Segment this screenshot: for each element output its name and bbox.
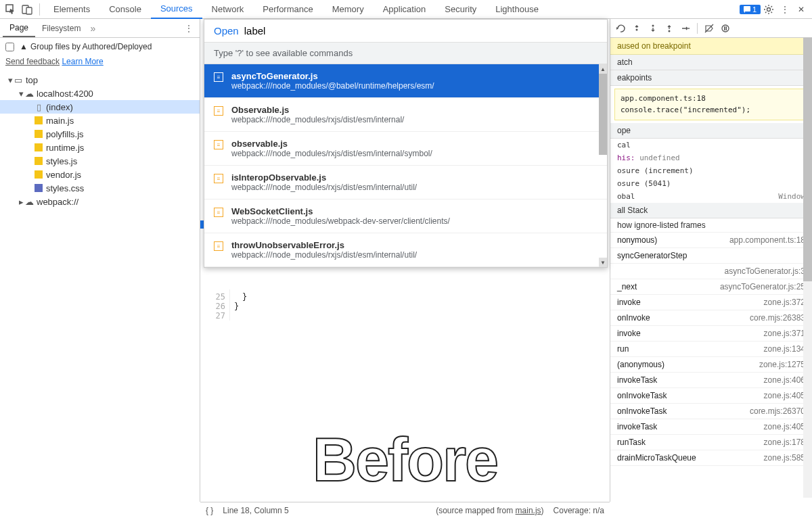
- issues-badge[interactable]: 1: [740, 5, 761, 14]
- resume-icon[interactable]: [613, 21, 628, 36]
- open-result-item[interactable]: ≡asyncToGenerator.jswebpack:///node_modu…: [204, 64, 607, 98]
- learn-more-link[interactable]: Learn More: [62, 57, 103, 66]
- tab-security[interactable]: Security: [435, 0, 486, 18]
- open-file-input[interactable]: [244, 25, 597, 37]
- deactivate-bp-icon[interactable]: [702, 21, 717, 36]
- tab-console[interactable]: Console: [99, 0, 151, 18]
- stack-frame[interactable]: invokeTaskzone.js:406: [610, 373, 812, 388]
- stack-frame[interactable]: nonymous)app.component.ts:18: [610, 233, 812, 248]
- status-bar: { } Line 18, Column 5 (source mapped fro…: [200, 502, 610, 518]
- scope-local[interactable]: cal: [610, 139, 812, 151]
- tab-lighthouse[interactable]: Lighthouse: [486, 0, 548, 18]
- frame-location: asyncToGenerator.js:25: [720, 282, 805, 291]
- right-scrollbar-track[interactable]: [803, 38, 812, 498]
- stack-frame[interactable]: onInvokecore.mjs:26383: [610, 310, 812, 326]
- svg-point-4: [767, 7, 771, 11]
- stack-frame[interactable]: onInvokeTaskcore.mjs:26370: [610, 404, 812, 419]
- frame-function: invokeTask: [617, 375, 657, 385]
- frame-location: zone.js:406: [764, 375, 805, 385]
- scope-section[interactable]: ope: [610, 123, 812, 139]
- scroll-up-icon[interactable]: ▲: [599, 64, 607, 74]
- tree-top[interactable]: ▾▭top: [0, 73, 200, 87]
- frame-function: invoke: [617, 329, 641, 338]
- file-icon: ≡: [214, 174, 223, 183]
- scope-closure-1[interactable]: osure (increment): [610, 164, 812, 177]
- send-feedback-link[interactable]: Send feedback: [5, 57, 60, 66]
- tree-file-styles-css[interactable]: styles.css: [0, 181, 200, 195]
- frame-function: drainMicroTaskQueue: [617, 453, 696, 463]
- tab-sources[interactable]: Sources: [151, 0, 202, 19]
- svg-rect-3: [744, 6, 750, 11]
- pause-exceptions-icon[interactable]: [718, 21, 733, 36]
- open-file-dropdown: Open Type '?' to see available commands …: [204, 19, 608, 268]
- stack-frame[interactable]: invokezone.js:372: [610, 295, 812, 310]
- tab-performance[interactable]: Performance: [253, 0, 322, 18]
- inspect-icon[interactable]: [3, 1, 19, 18]
- breakpoints-section[interactable]: eakpoints: [610, 70, 812, 86]
- nav-tab-page[interactable]: Page: [3, 20, 35, 37]
- stack-frame[interactable]: (anonymous)zone.js:1275: [610, 357, 812, 373]
- tree-webpack[interactable]: ▸☁webpack://: [0, 195, 200, 208]
- open-result-item[interactable]: ≡WebSocketClient.jswebpack:///node_modul…: [204, 199, 607, 233]
- tab-application[interactable]: Application: [374, 0, 436, 18]
- source-map-link[interactable]: main.js: [516, 506, 541, 515]
- frame-function: nonymous): [617, 235, 657, 245]
- nav-more-tabs[interactable]: »: [90, 23, 95, 34]
- frame-location: zone.js:1275: [759, 360, 805, 369]
- step-out-icon[interactable]: [662, 21, 677, 36]
- result-path: webpack:///node_modules/rxjs/dist/esm/in…: [231, 183, 417, 192]
- open-result-item[interactable]: ≡throwUnobservableError.jswebpack:///nod…: [204, 233, 607, 267]
- nav-tab-filesystem[interactable]: Filesystem: [35, 20, 87, 37]
- group-files-checkbox[interactable]: [5, 43, 14, 51]
- device-toggle-icon[interactable]: [19, 1, 35, 18]
- tree-host[interactable]: ▾☁localhost:4200: [0, 87, 200, 100]
- breakpoint-entry[interactable]: app.component.ts:18 console.trace("incre…: [614, 89, 808, 120]
- open-result-item[interactable]: ≡Observable.jswebpack:///node_modules/rx…: [204, 98, 607, 132]
- stack-frame[interactable]: invokezone.js:371: [610, 326, 812, 342]
- step-over-icon[interactable]: [629, 21, 644, 36]
- tab-network[interactable]: Network: [202, 0, 254, 18]
- frame-function: invokeTask: [617, 422, 657, 431]
- tree-file-vendor[interactable]: vendor.js: [0, 168, 200, 181]
- watch-section[interactable]: atch: [610, 55, 812, 70]
- nav-kebab-icon[interactable]: ⋮: [181, 24, 197, 33]
- scroll-down-icon[interactable]: ▼: [599, 258, 607, 267]
- kebab-icon[interactable]: ⋮: [777, 1, 793, 18]
- callstack-section[interactable]: all Stack: [610, 203, 812, 218]
- debugger-pane: aused on breakpoint atch eakpoints app.c…: [610, 19, 812, 502]
- stack-frame[interactable]: syncGeneratorStep: [610, 248, 812, 264]
- step-icon[interactable]: [678, 21, 693, 36]
- pretty-print-icon[interactable]: { }: [206, 506, 213, 515]
- frame-function: (anonymous): [617, 360, 664, 369]
- scope-global[interactable]: obalWindow: [610, 190, 812, 203]
- stack-frame[interactable]: onInvokeTaskzone.js:405: [610, 388, 812, 404]
- frame-function: onInvokeTask: [617, 391, 667, 400]
- stack-frame[interactable]: runTaskzone.js:178: [610, 435, 812, 450]
- stack-frame[interactable]: _nextasyncToGenerator.js:25: [610, 279, 812, 295]
- scrollbar-thumb[interactable]: [599, 74, 607, 155]
- separator: [39, 3, 40, 16]
- tree-file-polyfills[interactable]: polyfills.js: [0, 127, 200, 141]
- ignore-listed-toggle[interactable]: how ignore-listed frames: [610, 218, 812, 233]
- paused-message: aused on breakpoint: [610, 38, 812, 55]
- code-lines[interactable]: } }: [230, 289, 247, 311]
- tree-file-styles-js[interactable]: styles.js: [0, 154, 200, 168]
- tab-elements[interactable]: Elements: [44, 0, 99, 18]
- stack-frame[interactable]: runzone.js:134: [610, 342, 812, 357]
- stack-frame[interactable]: asyncToGenerator.js:3: [610, 264, 812, 279]
- tree-file-index[interactable]: ▯(index): [0, 100, 200, 114]
- stack-frame[interactable]: drainMicroTaskQueuezone.js:585: [610, 450, 812, 466]
- right-scrollbar-thumb[interactable]: [803, 38, 812, 281]
- scope-closure-2[interactable]: osure (5041): [610, 177, 812, 190]
- frame-location: asyncToGenerator.js:3: [725, 266, 805, 276]
- close-icon[interactable]: ✕: [793, 1, 809, 18]
- stack-frame[interactable]: invokeTaskzone.js:405: [610, 419, 812, 435]
- tab-memory[interactable]: Memory: [323, 0, 374, 18]
- open-result-item[interactable]: ≡observable.jswebpack:///node_modules/rx…: [204, 132, 607, 166]
- settings-icon[interactable]: [761, 1, 777, 18]
- coverage-info: Coverage: n/a: [554, 506, 604, 515]
- tree-file-main[interactable]: main.js: [0, 114, 200, 127]
- open-result-item[interactable]: ≡isInteropObservable.jswebpack:///node_m…: [204, 166, 607, 199]
- step-into-icon[interactable]: [646, 21, 660, 36]
- tree-file-runtime[interactable]: runtime.js: [0, 141, 200, 154]
